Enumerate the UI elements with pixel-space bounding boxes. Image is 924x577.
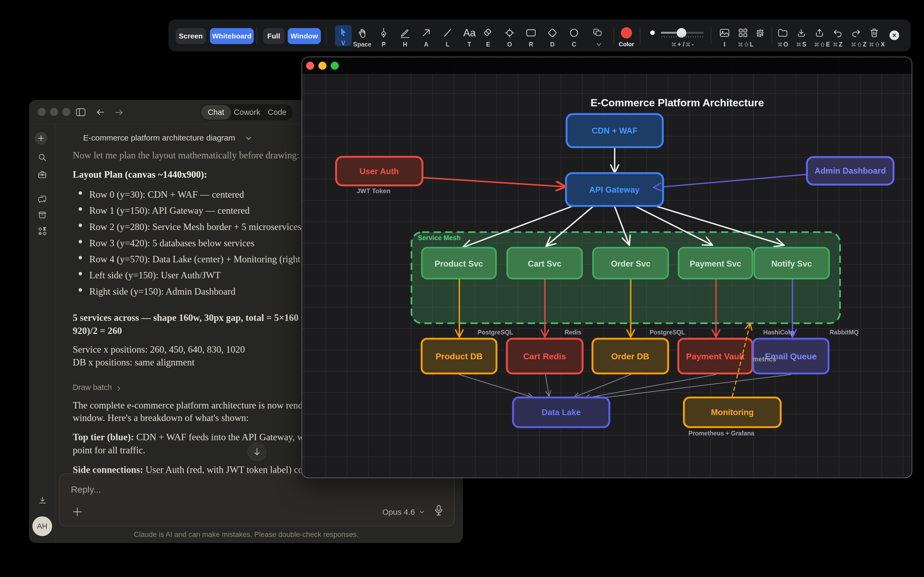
svg-text:Payment Svc: Payment Svc [690,259,741,269]
svg-text:PostgreSQL: PostgreSQL [650,329,685,336]
svg-text:Admin Dashboard: Admin Dashboard [815,166,886,176]
svg-text:Payment Vault: Payment Vault [686,351,745,361]
svg-text:E-Commerce Platform Architectu: E-Commerce Platform Architecture [591,97,764,108]
svg-text:Order DB: Order DB [611,351,649,361]
svg-text:Service Mesh: Service Mesh [418,234,460,242]
svg-text:Monitoring: Monitoring [711,408,754,417]
svg-text:API Gateway: API Gateway [589,185,640,195]
svg-text:Notify Svc: Notify Svc [771,259,812,269]
svg-text:JWT Token: JWT Token [357,187,390,195]
svg-text:User Auth: User Auth [360,167,399,176]
svg-text:PostgreSQL: PostgreSQL [478,329,513,336]
svg-text:CDN + WAF: CDN + WAF [592,126,637,135]
svg-text:RabbitMQ: RabbitMQ [830,329,859,336]
svg-text:Order Svc: Order Svc [611,259,651,269]
svg-text:Cart Svc: Cart Svc [528,259,561,269]
svg-text:Data Lake: Data Lake [542,408,581,417]
svg-text:HashiCorp: HashiCorp [763,329,794,336]
svg-text:Prometheus + Grafana: Prometheus + Grafana [688,430,754,437]
svg-text:Cart Redis: Cart Redis [523,351,566,361]
svg-text:Redis: Redis [565,329,582,336]
svg-text:Product Svc: Product Svc [435,259,483,269]
svg-text:metrics: metrics [753,355,776,363]
svg-text:Product DB: Product DB [436,351,483,361]
